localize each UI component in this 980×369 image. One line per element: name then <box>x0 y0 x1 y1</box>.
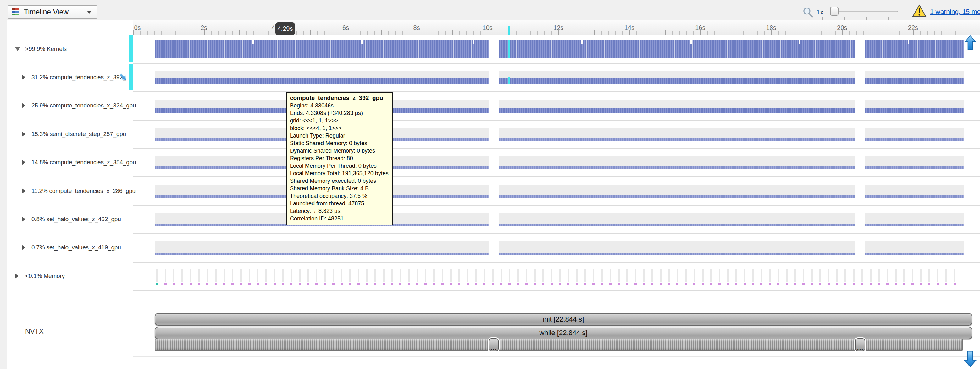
zoom-slider-track[interactable] <box>830 11 897 12</box>
tooltip-line: Shared Memory Bank Size: 4 B <box>290 185 388 192</box>
kernel-activity-bar[interactable] <box>499 166 855 169</box>
kernel-activity-bar[interactable] <box>499 40 855 59</box>
kernel-activity-bar[interactable] <box>499 78 855 84</box>
collapsed-row-icon[interactable] <box>15 274 19 279</box>
collapsed-row-icon[interactable] <box>22 188 25 193</box>
nvtx-range-init[interactable]: init [22.844 s] <box>155 313 972 326</box>
nvtx-range-while[interactable]: while [22.844 s] <box>155 326 972 339</box>
memory-event-dot <box>164 283 167 285</box>
kernel-activity-bar[interactable] <box>155 78 489 84</box>
sidebar-item-7[interactable]: 0.7% set_halo_values_x_419_gpu <box>0 241 132 254</box>
sidebar-item-1[interactable]: 31.2% compute_tendencies_z_392_ <box>0 71 132 84</box>
ruler-tick <box>466 32 467 35</box>
collapsed-row-icon[interactable] <box>22 103 25 108</box>
memory-event-dot <box>853 283 855 285</box>
memory-event-tick <box>828 269 829 282</box>
sidebar-item-label: 0.8% set_halo_values_z_462_gpu <box>32 216 121 223</box>
ruler-tick <box>452 30 453 35</box>
memory-event-tick <box>232 269 233 282</box>
memory-event-dot <box>206 283 208 285</box>
ruler-tick <box>346 30 347 35</box>
kernel-activity-bar[interactable] <box>865 40 964 59</box>
memory-event-tick <box>417 269 418 282</box>
ruler-tick <box>239 30 240 35</box>
kernel-activity-bar[interactable] <box>499 253 855 255</box>
nvtx-ellipsis-button[interactable]: ... <box>855 338 865 352</box>
kernel-activity-bar[interactable] <box>865 224 964 226</box>
collapsed-row-icon[interactable] <box>22 217 25 222</box>
kernel-activity-bar[interactable] <box>865 78 964 84</box>
ruler-tick <box>665 30 666 35</box>
kernel-activity-bar[interactable] <box>865 108 964 113</box>
scroll-up-icon[interactable] <box>964 35 977 50</box>
memory-event-dot <box>215 283 217 285</box>
memory-event-tick <box>895 269 897 282</box>
sidebar-item-8[interactable]: <0.1% Memory <box>0 270 132 282</box>
warnings-link[interactable]: 1 warning, 15 messages <box>930 8 980 15</box>
collapsed-row-icon[interactable] <box>22 75 25 80</box>
ruler-tick <box>445 32 445 35</box>
scroll-down-icon[interactable] <box>963 350 977 367</box>
nvtx-row-label: NVTX <box>25 327 44 336</box>
nvtx-ellipsis-button[interactable]: ... <box>488 338 499 352</box>
kernel-activity-bar[interactable] <box>499 224 855 226</box>
sidebar-item-4[interactable]: 14.8% compute_tendencies_z_354_gpu <box>0 156 132 169</box>
memory-event-tick <box>282 269 284 282</box>
ruler-tick <box>622 32 623 35</box>
kernel-activity-bar[interactable] <box>155 40 489 59</box>
memory-event-tick <box>945 269 947 282</box>
kernel-activity-bar[interactable] <box>865 166 964 169</box>
ruler-tick <box>899 32 899 35</box>
sidebar-item-3[interactable]: 15.3% semi_discrete_step_257_gpu <box>0 128 132 140</box>
memory-event-dot <box>408 283 410 285</box>
memory-event-tick <box>198 269 200 282</box>
jump-to-selection-icon[interactable] <box>119 73 128 82</box>
kernel-row-band <box>155 241 489 255</box>
memory-event-tick <box>173 269 175 282</box>
memory-event-tick <box>928 269 930 282</box>
memory-event-tick <box>727 269 729 282</box>
kernel-activity-bar[interactable] <box>499 138 855 141</box>
kernel-activity-bar[interactable] <box>865 195 964 198</box>
memory-event-tick <box>299 269 301 282</box>
sidebar-item-6[interactable]: 0.8% set_halo_values_z_462_gpu <box>0 213 132 225</box>
ruler-tick <box>325 32 325 35</box>
nvtx-collapsed-ranges-bar[interactable] <box>155 339 963 351</box>
sidebar-item-label: 14.8% compute_tendencies_z_354_gpu <box>32 159 136 166</box>
view-selector-dropdown[interactable]: Timeline View <box>8 5 97 19</box>
time-ruler[interactable]: 0s2s4s6s8s10s12s14s16s18s20s22s <box>133 20 980 35</box>
memory-event-tick <box>609 269 611 282</box>
kernel-activity-bar[interactable] <box>865 253 964 255</box>
sidebar-item-5[interactable]: 11.2% compute_tendencies_x_286_gpu <box>0 185 132 197</box>
kernel-activity-bar[interactable] <box>865 138 964 141</box>
tooltip-line: Local Memory Total: 191,365,120 bytes <box>290 169 388 177</box>
ruler-tick <box>679 32 680 35</box>
memory-event-tick <box>870 269 872 282</box>
kernel-activity-bar[interactable] <box>499 108 855 113</box>
zoom-slider-handle[interactable] <box>830 6 838 16</box>
sidebar-item-label: >99.9% Kernels <box>25 46 67 52</box>
sidebar-item-2[interactable]: 25.9% compute_tendencies_x_324_gpu <box>0 99 132 112</box>
memory-event-tick <box>861 269 863 282</box>
memory-event-tick <box>752 269 754 282</box>
memory-event-tick <box>651 269 653 282</box>
memory-event-dot <box>517 283 519 285</box>
memory-event-dot <box>668 283 670 285</box>
tooltip-details: Begins: 4.33046sEnds: 4.3308s (+340.283 … <box>290 102 388 222</box>
ruler-tick <box>913 30 914 35</box>
kernel-activity-bar[interactable] <box>499 195 855 198</box>
sidebar-item-0[interactable]: >99.9% Kernels <box>0 43 132 55</box>
expanded-row-icon[interactable] <box>15 48 20 51</box>
tree-timeline-divider[interactable] <box>133 20 133 369</box>
collapsed-row-icon[interactable] <box>22 131 25 136</box>
kernel-activity-bar[interactable] <box>155 253 489 255</box>
collapsed-row-icon[interactable] <box>22 245 25 250</box>
memory-event-tick <box>332 269 334 282</box>
memory-event-dot <box>248 283 251 285</box>
memory-event-tick <box>190 269 191 282</box>
selected-event-ruler-mark <box>508 26 510 35</box>
memory-event-dot <box>156 283 158 285</box>
memory-event-tick <box>215 269 216 282</box>
ruler-tick <box>630 30 630 35</box>
collapsed-row-icon[interactable] <box>22 160 25 165</box>
